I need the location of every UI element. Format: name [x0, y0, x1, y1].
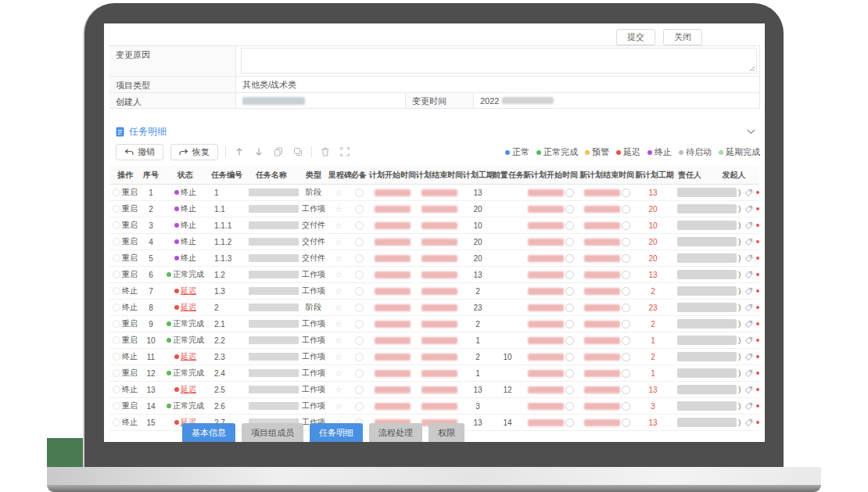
restart-action-link[interactable]: 重启	[122, 368, 138, 379]
new-plan-end-cell[interactable]	[579, 353, 635, 361]
new-plan-start-cell[interactable]	[522, 189, 579, 197]
tag-icon[interactable]	[742, 334, 755, 347]
new-plan-end-cell[interactable]	[579, 303, 635, 312]
restart-action-link[interactable]: 重启	[122, 236, 138, 247]
change-reason-textarea[interactable]	[241, 48, 757, 74]
close-button[interactable]: 关闭	[663, 29, 702, 45]
required-radio[interactable]	[355, 221, 364, 230]
bottom-tab[interactable]: 任务明细	[310, 423, 363, 442]
tag-icon[interactable]	[742, 235, 755, 248]
tag-icon[interactable]	[742, 383, 755, 396]
restart-action-link[interactable]: 重启	[122, 269, 138, 280]
copy-icon[interactable]	[272, 145, 285, 158]
new-plan-end-cell[interactable]	[579, 320, 635, 329]
tag-icon[interactable]	[742, 203, 755, 215]
tag-icon[interactable]	[742, 301, 755, 314]
new-plan-start-cell[interactable]	[522, 320, 579, 329]
restart-action-link[interactable]: 重启	[122, 253, 138, 264]
restart-action-link[interactable]: 重启	[122, 335, 138, 346]
tag-icon[interactable]	[742, 268, 755, 281]
milestone-star-icon[interactable]: ☆	[335, 385, 343, 395]
required-radio[interactable]	[355, 336, 364, 345]
required-radio[interactable]	[355, 320, 364, 329]
required-radio[interactable]	[355, 402, 364, 411]
milestone-star-icon[interactable]: ☆	[335, 352, 343, 362]
required-radio[interactable]	[355, 386, 364, 394]
redo-button[interactable]: 恢复	[170, 144, 218, 160]
required-radio[interactable]	[355, 353, 364, 361]
tag-icon[interactable]	[742, 350, 755, 363]
duplicate-icon[interactable]	[292, 145, 304, 158]
terminate-action-link[interactable]: 终止	[122, 286, 138, 296]
submit-button[interactable]: 提交	[616, 29, 655, 45]
new-plan-end-cell[interactable]	[579, 221, 635, 230]
collapse-chevron-icon[interactable]	[747, 129, 755, 135]
bottom-tab[interactable]: 基本信息	[182, 423, 235, 442]
milestone-star-icon[interactable]: ☆	[335, 319, 343, 329]
bottom-tab[interactable]: 权限	[429, 423, 464, 442]
new-plan-end-cell[interactable]	[579, 336, 635, 345]
new-plan-start-cell[interactable]	[522, 205, 579, 214]
required-radio[interactable]	[355, 254, 364, 263]
milestone-star-icon[interactable]: ☆	[335, 221, 343, 231]
milestone-star-icon[interactable]: ☆	[335, 401, 343, 411]
restart-action-link[interactable]: 重启	[122, 400, 138, 411]
new-plan-start-cell[interactable]	[522, 254, 579, 263]
tag-icon[interactable]	[742, 186, 755, 199]
tag-icon[interactable]	[742, 318, 755, 330]
new-plan-start-cell[interactable]	[522, 386, 579, 394]
new-plan-end-cell[interactable]	[579, 287, 635, 296]
milestone-star-icon[interactable]: ☆	[335, 188, 343, 198]
new-plan-end-cell[interactable]	[579, 369, 635, 378]
new-plan-end-cell[interactable]	[579, 238, 635, 246]
undo-button[interactable]: 撤销	[116, 144, 163, 160]
new-plan-end-cell[interactable]	[579, 189, 635, 197]
new-plan-start-cell[interactable]	[522, 221, 579, 230]
restart-action-link[interactable]: 重启	[122, 318, 138, 329]
milestone-star-icon[interactable]: ☆	[335, 303, 343, 313]
new-plan-start-cell[interactable]	[522, 287, 579, 296]
new-plan-end-cell[interactable]	[579, 254, 635, 263]
terminate-action-link[interactable]: 终止	[122, 302, 138, 313]
terminate-action-link[interactable]: 终止	[122, 417, 138, 428]
new-plan-end-cell[interactable]	[579, 418, 635, 427]
move-down-icon[interactable]	[253, 145, 265, 158]
milestone-star-icon[interactable]: ☆	[335, 237, 343, 247]
tag-icon[interactable]	[742, 400, 755, 412]
new-plan-start-cell[interactable]	[522, 369, 579, 378]
restart-action-link[interactable]: 重启	[122, 187, 138, 198]
delete-icon[interactable]	[319, 145, 332, 158]
bottom-tab[interactable]: 项目组成员	[242, 423, 303, 442]
restart-action-link[interactable]: 重启	[122, 220, 138, 231]
milestone-star-icon[interactable]: ☆	[335, 286, 343, 296]
required-radio[interactable]	[355, 271, 364, 279]
milestone-star-icon[interactable]: ☆	[335, 270, 343, 280]
required-radio[interactable]	[355, 189, 364, 197]
resize-handle-icon[interactable]	[749, 66, 755, 72]
required-radio[interactable]	[355, 287, 364, 296]
move-up-icon[interactable]	[233, 145, 246, 158]
terminate-action-link[interactable]: 终止	[122, 351, 138, 362]
bottom-tab[interactable]: 流程处理	[369, 423, 422, 442]
milestone-star-icon[interactable]: ☆	[335, 253, 343, 264]
tag-icon[interactable]	[742, 285, 755, 297]
new-plan-start-cell[interactable]	[522, 238, 579, 246]
terminate-action-link[interactable]: 终止	[122, 384, 138, 395]
tag-icon[interactable]	[742, 416, 755, 429]
new-plan-end-cell[interactable]	[579, 386, 635, 394]
new-plan-start-cell[interactable]	[522, 353, 579, 361]
required-radio[interactable]	[355, 303, 364, 312]
tag-icon[interactable]	[742, 252, 755, 264]
expand-icon[interactable]	[339, 145, 351, 158]
new-plan-start-cell[interactable]	[522, 418, 579, 427]
new-plan-end-cell[interactable]	[579, 271, 635, 279]
tag-icon[interactable]	[742, 367, 755, 379]
tag-icon[interactable]	[742, 219, 755, 232]
new-plan-start-cell[interactable]	[522, 336, 579, 345]
required-radio[interactable]	[355, 205, 364, 214]
required-radio[interactable]	[355, 238, 364, 246]
new-plan-end-cell[interactable]	[579, 205, 635, 214]
milestone-star-icon[interactable]: ☆	[335, 368, 343, 379]
new-plan-start-cell[interactable]	[522, 271, 579, 279]
milestone-star-icon[interactable]: ☆	[335, 204, 343, 214]
